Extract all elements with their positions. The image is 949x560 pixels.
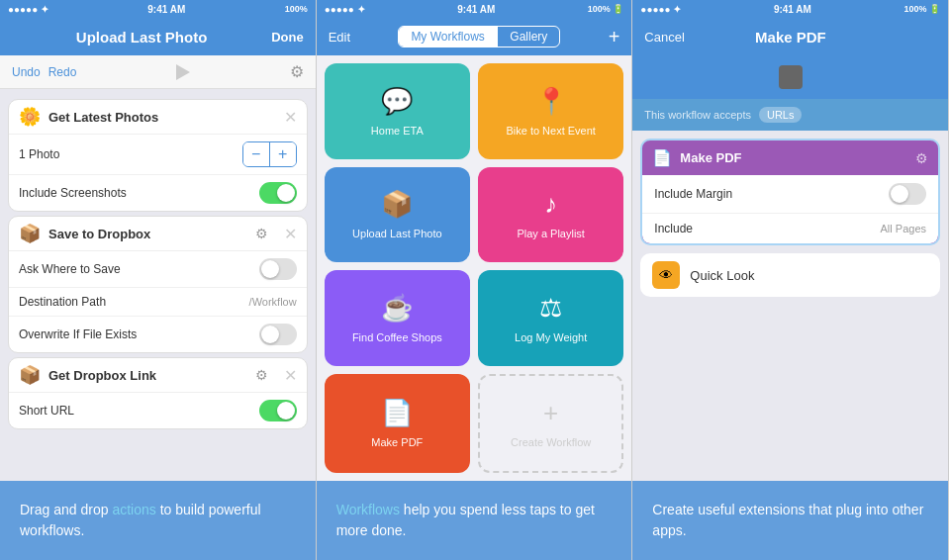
card-label: Get Dropbox Link xyxy=(48,368,247,383)
pdf-settings-content: 📄 Make PDF ⚙ Include Margin Include All … xyxy=(632,131,948,481)
close-icon[interactable]: ✕ xyxy=(284,108,297,127)
status-bar-1: ●●●●● ✦ 9:41 AM 100% xyxy=(0,0,316,18)
workflows-highlight: Workflows xyxy=(336,502,400,517)
workflows-footer: Workflows help you spend less taps to ge… xyxy=(317,481,632,560)
card-label: Save to Dropbox xyxy=(48,227,247,241)
editor-footer: Drag and drop actions to build powerful … xyxy=(0,481,316,560)
play-button[interactable] xyxy=(169,58,197,86)
workflow-coffee[interactable]: ☕ Find Coffee Shops xyxy=(325,270,470,366)
add-workflow-button[interactable]: + xyxy=(609,26,620,48)
home-eta-label: Home ETA xyxy=(371,125,424,137)
action-card-get-photos: 🌼 Get Latest Photos ✕ 1 Photo − + Includ… xyxy=(8,99,308,212)
editor-content: 🌼 Get Latest Photos ✕ 1 Photo − + Includ… xyxy=(0,89,316,481)
coffee-label: Find Coffee Shops xyxy=(352,331,442,343)
workflow-weight[interactable]: ⚖ Log My Weight xyxy=(478,270,623,366)
cancel-button[interactable]: Cancel xyxy=(644,30,684,45)
photo-count-label: 1 Photo xyxy=(19,147,59,161)
short-url-toggle[interactable] xyxy=(259,400,297,421)
include-margin-toggle[interactable] xyxy=(889,183,926,205)
battery-status: 100% xyxy=(285,4,308,14)
footer-text: Drag and drop actions to build powerful … xyxy=(20,500,296,541)
nav-title: Make PDF xyxy=(755,29,826,46)
photos-icon: 🌼 xyxy=(19,106,41,128)
workflow-accepts-bar: This workflow accepts URLs xyxy=(632,99,948,131)
gear-icon[interactable]: ⚙ xyxy=(255,226,268,241)
gear-icon[interactable]: ⚙ xyxy=(255,367,268,383)
quick-look-label: Quick Look xyxy=(690,268,754,283)
nav-bar-editor: Upload Last Photo Done xyxy=(0,18,316,55)
color-swatch-area xyxy=(632,55,948,99)
include-pages-row: Include All Pages xyxy=(642,214,938,243)
short-url-row: Short URL xyxy=(9,393,307,428)
playlist-icon: ♪ xyxy=(544,189,557,220)
time-display: 9:41 AM xyxy=(774,4,811,15)
redo-button[interactable]: Redo xyxy=(48,65,77,79)
playlist-label: Play a Playlist xyxy=(517,228,584,239)
photo-count-row: 1 Photo − + xyxy=(9,135,307,175)
accepts-label: This workflow accepts xyxy=(644,109,751,121)
close-icon[interactable]: ✕ xyxy=(284,366,297,385)
workflow-playlist[interactable]: ♪ Play a Playlist xyxy=(478,167,623,263)
done-button[interactable]: Done xyxy=(271,30,304,45)
workflow-bike-event[interactable]: 📍 Bike to Next Event xyxy=(478,63,623,159)
status-bar-2: ●●●●● ✦ 9:41 AM 100% 🔋 xyxy=(317,0,632,18)
workflow-home-eta[interactable]: 💬 Home ETA xyxy=(325,63,470,159)
screenshots-toggle[interactable] xyxy=(259,182,297,204)
workflow-upload-photo[interactable]: 📦 Upload Last Photo xyxy=(325,167,470,263)
bike-event-icon: 📍 xyxy=(535,86,567,117)
dropbox-icon: 📦 xyxy=(19,223,41,244)
action-card-dropbox: 📦 Save to Dropbox ⚙ ✕ Ask Where to Save … xyxy=(8,216,308,353)
card-header: 📦 Get Dropbox Link ⚙ ✕ xyxy=(9,358,307,392)
signal-status: ●●●●● ✦ xyxy=(8,4,48,15)
short-url-label: Short URL xyxy=(19,404,74,418)
status-bar-3: ●●●●● ✦ 9:41 AM 100% 🔋 xyxy=(632,0,948,18)
upload-photo-icon: 📦 xyxy=(381,189,413,220)
undo-button[interactable]: Undo xyxy=(12,65,41,79)
footer-text: Workflows help you spend less taps to ge… xyxy=(336,500,613,541)
dropbox2-icon: 📦 xyxy=(19,364,41,386)
color-swatch[interactable] xyxy=(779,65,803,89)
stepper-minus[interactable]: − xyxy=(243,142,269,166)
make-pdf-label: Make PDF xyxy=(680,150,907,165)
play-icon xyxy=(176,64,190,80)
quick-look-card: 👁 Quick Look xyxy=(640,253,940,297)
card-label: Get Latest Photos xyxy=(48,110,276,125)
nav-title: Upload Last Photo xyxy=(12,29,271,46)
panel-editor: ●●●●● ✦ 9:41 AM 100% Upload Last Photo D… xyxy=(0,0,317,560)
stepper-plus[interactable]: + xyxy=(270,142,296,166)
include-margin-label: Include Margin xyxy=(654,187,732,201)
overwrite-toggle[interactable] xyxy=(259,324,297,345)
card-header: 📦 Save to Dropbox ⚙ ✕ xyxy=(9,217,307,250)
gallery-tab[interactable]: Gallery xyxy=(498,27,559,47)
my-workflows-tab[interactable]: My Workflows xyxy=(399,27,496,47)
time-display: 9:41 AM xyxy=(457,4,495,15)
workflow-pdf[interactable]: 📄 Make PDF xyxy=(325,374,470,474)
panel-make-pdf: ●●●●● ✦ 9:41 AM 100% 🔋 Cancel Make PDF T… xyxy=(632,0,949,560)
ask-where-toggle[interactable] xyxy=(259,258,297,280)
quick-look-icon: 👁 xyxy=(652,261,680,289)
edit-button[interactable]: Edit xyxy=(329,30,350,45)
pdf-label: Make PDF xyxy=(371,436,423,448)
toggle-knob xyxy=(261,326,279,343)
overwrite-label: Overwrite If File Exists xyxy=(19,327,137,341)
screenshots-label: Include Screenshots xyxy=(19,186,127,200)
make-pdf-card: 📄 Make PDF ⚙ Include Margin Include All … xyxy=(640,139,940,245)
dest-path-row: Destination Path /Workflow xyxy=(9,288,307,317)
make-pdf-options: Include Margin Include All Pages xyxy=(642,175,938,243)
editor-toolbar: Undo Redo ⚙ xyxy=(0,55,316,89)
undo-redo-group: Undo Redo xyxy=(12,65,76,79)
workflow-grid: 💬 Home ETA 📍 Bike to Next Event 📦 Upload… xyxy=(317,55,632,481)
action-card-dropbox-link: 📦 Get Dropbox Link ⚙ ✕ Short URL xyxy=(8,357,308,429)
close-icon[interactable]: ✕ xyxy=(284,225,297,243)
segment-control[interactable]: My Workflows Gallery xyxy=(398,26,560,47)
pdf-icon: 📄 xyxy=(381,398,413,428)
create-label: Create Workflow xyxy=(511,436,591,448)
photo-stepper[interactable]: − + xyxy=(242,141,297,167)
workflow-create[interactable]: + Create Workflow xyxy=(478,374,623,474)
battery-status: 100% 🔋 xyxy=(903,4,940,14)
pdf-footer: Create useful extensions that plug into … xyxy=(632,481,948,560)
ask-where-row: Ask Where to Save xyxy=(9,251,307,288)
make-pdf-settings-icon[interactable]: ⚙ xyxy=(915,150,928,166)
battery-status: 100% 🔋 xyxy=(588,4,624,14)
settings-icon[interactable]: ⚙ xyxy=(290,62,304,81)
